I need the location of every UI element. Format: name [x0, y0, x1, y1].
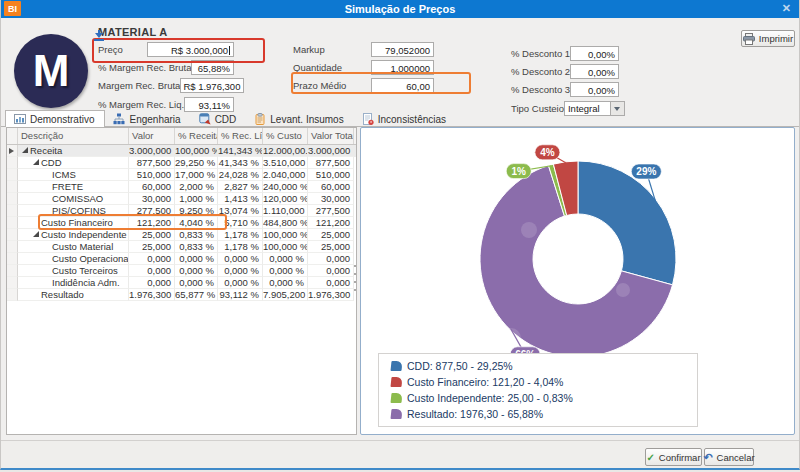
close-icon[interactable]: ✕ — [782, 2, 791, 15]
legend-item: Custo Financeiro: 121,20 - 4,04% — [391, 376, 563, 388]
chart-panel: 29%66%1%4% CDD: 877,50 - 29,25%Custo Fin… — [360, 127, 795, 435]
indent-spacer — [43, 170, 52, 179]
field-input[interactable]: 65,88% — [191, 60, 234, 75]
table-row[interactable]: Custo Material25,0000,833 %1,178 %100,00… — [7, 241, 356, 253]
print-button[interactable]: Imprimir — [741, 30, 795, 47]
expand-icon[interactable] — [32, 158, 41, 167]
row-value: 5,710 % — [218, 217, 263, 229]
table-row[interactable]: Custo Independente25,0000,833 %1,178 %10… — [7, 229, 356, 241]
table-row[interactable]: COMISSAO30,0001,000 %1,413 %120,000 %30,… — [7, 193, 356, 205]
row-value: 100,000 % — [175, 145, 218, 157]
row-description-label: CDD — [41, 157, 62, 169]
row-value: 0,000 % — [218, 265, 263, 277]
column-header[interactable]: % Custo — [263, 128, 308, 144]
row-description-label: FRETE — [52, 181, 83, 193]
indent-spacer — [43, 266, 52, 275]
tab-levant-insumos[interactable]: Levant. Insumos — [246, 112, 353, 127]
row-value: 1.110,000 ... — [263, 205, 308, 217]
row-value: 3.000,000 — [308, 145, 354, 157]
row-value: 100,000 % — [263, 229, 308, 241]
cancel-button-label: Cancelar — [717, 452, 755, 463]
row-value: 1.976,300 — [129, 289, 175, 301]
field-input[interactable]: 79,052000 — [371, 42, 434, 57]
table-row[interactable]: Custo Operacional0,0000,000 %0,000 %0,00… — [7, 253, 356, 265]
field-input[interactable]: R$ 1.976,300 — [180, 78, 244, 93]
row-indicator-header — [7, 128, 18, 144]
table-row[interactable]: FRETE60,0002,000 %2,827 %240,000 %60,000 — [7, 181, 356, 193]
row-indicator-cell — [7, 181, 18, 193]
row-description: Custo Terceiros — [18, 265, 129, 277]
tab-cdd[interactable]: CDD — [191, 112, 247, 127]
field-label: % Desconto 1 — [511, 48, 570, 59]
chart-legend: CDD: 877,50 - 29,25%Custo Financeiro: 12… — [378, 353, 698, 427]
print-button-label: Imprimir — [759, 33, 793, 44]
field-input[interactable]: 60,00 — [371, 78, 434, 93]
table-row[interactable]: Indidência Adm.0,0000,000 %0,000 %0,000 … — [7, 277, 356, 289]
splitter-handle[interactable] — [353, 265, 357, 291]
tab-inconsist-ncias[interactable]: Inconsistências — [354, 112, 456, 127]
row-value: 0,000 % — [175, 277, 218, 289]
tab-engenharia[interactable]: Engenharia — [105, 112, 190, 127]
printer-icon — [743, 33, 755, 45]
table-row[interactable]: Receita3.000,000100,000 %141,343 %12.000… — [7, 145, 356, 157]
row-value: 510,000 — [129, 169, 175, 181]
legend-label: Custo Independente: 25,00 - 0,83% — [407, 392, 573, 404]
column-header[interactable]: Descrição — [18, 128, 129, 144]
row-value: 0,000 — [308, 265, 354, 277]
row-value: 0,833 % — [175, 241, 218, 253]
table-row[interactable]: PIS/COFINS277,5009,250 %13,074 %1.110,00… — [7, 205, 356, 217]
row-value: 120,000 % — [263, 193, 308, 205]
row-value: 1,000 % — [175, 193, 218, 205]
table-row[interactable]: ICMS510,00017,000 %24,028 %2.040,000 ...… — [7, 169, 356, 181]
table-row[interactable]: Custo Financeiro121,2004,040 %5,710 %484… — [7, 217, 356, 229]
tab-label: Levant. Insumos — [270, 114, 343, 125]
row-value: 93,112 % — [218, 289, 263, 301]
legend-item: Resultado: 1976,30 - 65,88% — [391, 408, 543, 420]
expand-icon[interactable] — [21, 146, 30, 155]
row-description: COMISSAO — [18, 193, 129, 205]
row-value: 25,000 — [308, 229, 354, 241]
row-description-label: Receita — [30, 145, 62, 157]
row-value: 17,000 % — [175, 169, 218, 181]
legend-item: Custo Independente: 25,00 - 0,83% — [391, 392, 573, 404]
field-input[interactable]: 0,00% — [570, 64, 619, 79]
table-row[interactable]: Custo Terceiros0,0000,000 %0,000 %0,000 … — [7, 265, 356, 277]
tree-icon — [113, 113, 125, 127]
row-indicator-cell — [7, 205, 18, 217]
row-pointer-icon — [9, 148, 17, 154]
row-value: 1,413 % — [218, 193, 263, 205]
column-header[interactable]: % Receita — [175, 128, 218, 144]
field-input[interactable]: 0,00% — [570, 46, 619, 61]
field-label: Markup — [293, 44, 325, 55]
cancel-button[interactable]: ↶ Cancelar — [704, 448, 754, 466]
row-description: Receita — [18, 145, 129, 157]
row-value: 0,000 % — [175, 265, 218, 277]
table-row[interactable]: Resultado1.976,30065,877 %93,112 %7.905,… — [7, 289, 356, 301]
indent-spacer — [43, 254, 52, 263]
row-description-label: ICMS — [52, 169, 76, 181]
donut-slice-cdd[interactable] — [578, 161, 676, 285]
column-header[interactable]: Valor — [129, 128, 175, 144]
expand-icon[interactable] — [32, 230, 41, 239]
tab-demonstrativo[interactable]: Demonstrativo — [5, 110, 105, 127]
field-input[interactable]: 1,000000 — [371, 60, 434, 75]
row-description: Custo Financeiro — [18, 217, 129, 229]
row-value: 65,877 % — [175, 289, 218, 301]
field-label: % Margem Rec. Bruta — [98, 62, 191, 73]
field-input[interactable]: R$ 3.000,000 — [147, 42, 234, 57]
table-row[interactable]: CDD877,50029,250 %41,343 %3.510,000 ...8… — [7, 157, 356, 169]
indent-spacer — [43, 242, 52, 251]
row-indicator-cell — [7, 229, 18, 241]
tab-strip: DemonstrativoEngenhariaCDDLevant. Insumo… — [1, 110, 799, 127]
column-header[interactable]: Valor Total — [308, 128, 354, 144]
row-value: 1.976,300 — [308, 289, 354, 301]
row-value: 0,000 — [129, 253, 175, 265]
confirm-button[interactable]: ✓ Confirmar — [645, 448, 702, 466]
field-input[interactable]: 0,00% — [570, 82, 619, 97]
row-value: 0,000 % — [175, 253, 218, 265]
row-description-label: Custo Material — [52, 241, 113, 253]
svg-text:29%: 29% — [636, 166, 656, 177]
column-header[interactable]: % Rec. Líq... — [218, 128, 263, 144]
indent-spacer — [43, 182, 52, 191]
field-label: % Desconto 3 — [511, 84, 570, 95]
